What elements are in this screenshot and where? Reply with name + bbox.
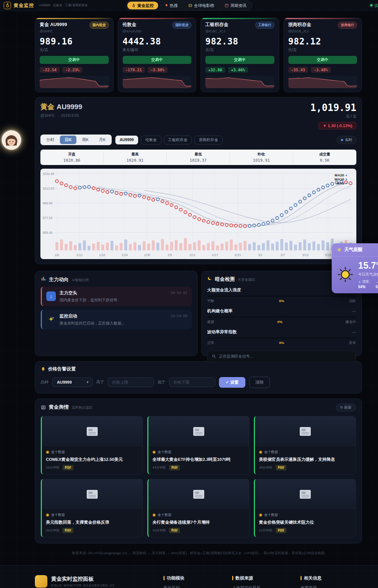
card-title: 工银积存金: [205, 22, 228, 28]
nav-item-movie-rank[interactable]: 全球电影榜: [184, 1, 219, 9]
news-tag: 利好: [62, 465, 73, 470]
footer-link[interactable]: 免责声明: [300, 585, 362, 588]
signal-title: 监控启动: [60, 313, 167, 319]
trading-status-badge: 交易中: [123, 56, 192, 64]
card-badge: 工商银行: [255, 22, 274, 29]
news-thumbnail: [148, 479, 249, 509]
alert-symbol-select[interactable]: AU9999: [52, 377, 93, 387]
news-source: 金十数据: [51, 450, 65, 455]
svg-text:1/24: 1/24: [122, 253, 128, 257]
article-placeholder-icon: [86, 426, 98, 437]
article-placeholder-icon: [192, 426, 205, 437]
lower-limit-input[interactable]: [169, 377, 215, 387]
tab-symbol-zscb[interactable]: 浙商积存金: [194, 136, 223, 144]
sparkles-icon: [46, 315, 56, 324]
nav-menu: 黄金监控 热搜 全球电影榜 周期资讯: [126, 0, 252, 10]
main-chart-card: 黄金AU9999 @SHFE · 2026/3/26 1,019.91 元 / …: [35, 97, 362, 264]
upper-limit-input[interactable]: [108, 377, 154, 387]
news-headline: 美元指数回落，支撑黄金价格反弹: [46, 520, 138, 525]
footer-column-modules: 功能模块 黄金监控 热搜排行 电影榜单 周期资讯: [163, 575, 225, 588]
news-item[interactable]: 金十数据 黄金价格突破关键技术阻力位 12分钟前利好: [254, 479, 356, 537]
price-card-london-gold[interactable]: 伦敦金 @XAU/USD 国际现货 4442.38 美元/盎司 交易中 -179…: [118, 18, 197, 92]
temperature: 15.7°C: [358, 260, 378, 271]
app-title: 黄金监控: [14, 2, 34, 9]
calendar-icon: [224, 3, 228, 7]
tab-timeframe-minute[interactable]: 分时: [42, 136, 59, 144]
ohlc-volume-value: 0.5K: [293, 158, 356, 163]
tab-timeframe-monthly[interactable]: 月K: [94, 136, 110, 144]
news-thumbnail: [255, 479, 356, 509]
news-headline: 全球最大黄金ETF持仓增加2.3吨至1070吨: [152, 457, 245, 462]
change-percent: -3.48%: [311, 67, 331, 73]
tab-symbol-london[interactable]: 伦敦金: [141, 136, 161, 144]
tab-symbol-au9999[interactable]: AU9999: [115, 136, 138, 144]
news-headline: 美联储官员表示通胀压力缓解，支持降息: [259, 457, 352, 462]
nav-item-gold-monitor[interactable]: 黄金监控: [127, 1, 158, 9]
change-value: -179.21: [123, 67, 145, 73]
news-item[interactable]: 金十数据 美元指数回落，支撑黄金价格反弹 28分钟前利好: [41, 479, 143, 537]
news-grid: 金十数据 COMEX黄金期货主力合约上涨12.50美元 16分钟前利好 金十数据…: [41, 416, 356, 537]
assistant-avatar[interactable]: [2, 130, 21, 150]
footer-title: 黄金实时监控面板: [51, 576, 115, 582]
card-unit: 元/克: [205, 47, 274, 53]
ohlc-open-value: 1020.86: [40, 158, 103, 163]
footer-column-sources: 数据来源 上海期货交易所 工商银行 浙商银行 金十数据: [232, 575, 294, 588]
current-price: 1,019.91: [310, 102, 356, 113]
price-chart[interactable]: 1/61/121/181/241/302/52/112/172/233/13/7…: [40, 169, 356, 259]
top-nav: 黄金监控 AU9999 · 伦敦金 · 工银/浙商积存金 黄金监控 热搜 全球电…: [0, 0, 378, 11]
ohlc-low-label: 最低: [167, 152, 230, 157]
signal-item-startup[interactable]: 监控启动 黄金实时监控已启动，正在接入数据... 20:54:00: [41, 310, 192, 329]
footer-link[interactable]: 上海期货交易所: [232, 585, 294, 588]
source-coin-icon: [46, 513, 49, 517]
card-symbol: @XAU/USD: [123, 29, 142, 33]
news-item[interactable]: 金十数据 全球最大黄金ETF持仓增加2.3吨至1070吨 44分钟前利好: [147, 416, 249, 474]
svg-text:1/12: 1/12: [76, 253, 83, 257]
nav-item-period-news[interactable]: 周期资讯: [220, 1, 251, 9]
news-item[interactable]: 金十数据 美联储官员表示通胀压力缓解，支持降息 48分钟前利好: [254, 416, 356, 474]
tab-timeframe-daily[interactable]: 日K: [60, 136, 76, 144]
chart-exchange: @SHFE: [40, 114, 55, 118]
change-percent: -3.88%: [148, 67, 168, 73]
tab-symbol-icbc[interactable]: 工银积存金: [164, 136, 192, 144]
progress-bar: [207, 337, 356, 339]
meter-position: 机构建仓概率 — 观望 0% 建仓中: [207, 308, 356, 325]
signal-item-bearish[interactable]: ↓ 主力空头 国内黄金价下跌，监控到下跌信号 20:54:01: [41, 287, 192, 306]
footer-link[interactable]: 黄金监控: [163, 585, 225, 588]
svg-text:1/30: 1/30: [144, 253, 150, 257]
article-placeholder-icon: [299, 426, 312, 437]
article-placeholder-icon: [86, 489, 98, 499]
news-tag: 利好: [276, 465, 287, 470]
card-title: 黄金 AU9999: [40, 22, 67, 28]
svg-text:1/6: 1/6: [55, 253, 59, 257]
tab-timeframe-weekly[interactable]: 周K: [77, 136, 93, 144]
svg-text:MA10: MA10: [335, 177, 345, 181]
card-symbol: @ICBC_JCJ: [205, 29, 228, 33]
news-tag: 利好: [169, 528, 180, 533]
svg-text:MA20: MA20: [335, 173, 345, 177]
refresh-button[interactable]: ↻ 刷新: [336, 404, 356, 412]
ohlc-bar: 开盘1020.86 最高1020.91 最低1019.37 昨收1019.91 …: [40, 150, 356, 165]
droplet-icon: [358, 280, 361, 284]
nav-item-hot-search[interactable]: 热搜: [159, 1, 182, 9]
price-card-au9999[interactable]: 黄金 AU9999 @SHFE 国内现货 989.16 元/克 交易中 -22.…: [35, 18, 114, 92]
news-time: 48分钟前: [259, 465, 273, 470]
svg-text:3/19: 3/19: [325, 253, 331, 257]
news-headline: 央行黄金储备连续第7个月增持: [152, 520, 245, 525]
news-item[interactable]: 金十数据 央行黄金储备连续第7个月增持 42分钟前利好: [147, 479, 249, 537]
price-alert-card: 价格告警设置 品种 AU9999 ▼ 高于 低于 ✓ 设置 清除: [35, 361, 362, 394]
clear-alert-button[interactable]: 清除: [249, 377, 270, 388]
price-card-icbc-gold[interactable]: 工银积存金 @ICBC_JCJ 工商银行 982.38 元/克 交易中 +32.…: [201, 18, 279, 92]
news-source: 金十数据: [158, 450, 172, 455]
card-badge: 国际现货: [172, 22, 191, 29]
weather-desc: 今日天气凉爽，适: [358, 272, 378, 277]
news-thumbnail: [42, 479, 143, 509]
news-time: 12分钟前: [259, 528, 273, 533]
price-card-zscb-gold[interactable]: 浙商积存金 @ZSCB_JCJ 浙商银行 982.12 元/克 交易中 -35.…: [284, 18, 362, 92]
news-thumbnail: [148, 416, 249, 447]
source-coin-icon: [152, 513, 156, 517]
news-time: 42分钟前: [152, 528, 166, 533]
set-alert-button[interactable]: ✓ 设置: [219, 377, 245, 388]
news-source: 金十数据: [51, 513, 65, 517]
news-item[interactable]: 金十数据 COMEX黄金期货主力合约上涨12.50美元 16分钟前利好: [41, 416, 143, 474]
panel-title: 主力动向: [49, 276, 69, 283]
